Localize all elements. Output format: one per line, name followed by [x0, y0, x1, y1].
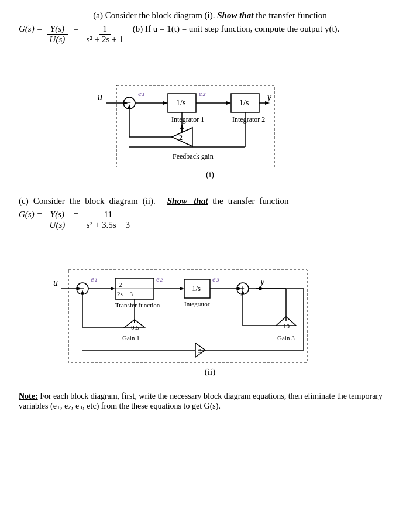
formula-c-den-right: s² + 3.5s + 3 — [83, 220, 133, 230]
e2-label: e₂ — [199, 89, 206, 98]
y-label: y — [266, 92, 272, 102]
u-label-ii: u — [53, 278, 58, 287]
formula-c-den-left: U(s) — [46, 220, 69, 230]
u-label: u — [98, 92, 102, 102]
formula-c-num-left: Y(s) — [47, 210, 68, 220]
gain3-value: 10 — [283, 323, 290, 330]
show-that-text: Show that — [217, 11, 253, 20]
gain3-label: Gain 3 — [277, 334, 295, 341]
svg-text:+: + — [239, 290, 243, 297]
part-c-the: the — [70, 196, 80, 206]
formula-c-num-right: 11 — [101, 210, 116, 220]
part-a-formula: G(s) = Y(s) U(s) = 1 s² + 2s + 1 (b) If … — [19, 24, 401, 44]
feedback-gain-value: 2 — [179, 133, 183, 142]
int2-symbol: 1/s — [239, 98, 249, 107]
svg-rect-63 — [68, 270, 307, 362]
diagram-i-svg: u + e₁ 1/s e₂ 1/s y — [81, 50, 339, 167]
svg-marker-29 — [111, 287, 115, 290]
svg-text:2s + 3: 2s + 3 — [117, 290, 133, 297]
formula-denominator-right: s² + 2s + 1 — [83, 35, 127, 44]
gain1-label: Gain 1 — [122, 334, 140, 341]
part-c-consider: Consider — [33, 196, 65, 206]
e1-label-ii: e₁ — [91, 275, 97, 283]
y-label-ii: y — [259, 276, 265, 287]
note-text2: variables (e₁, e₂, e₃, etc) from the the… — [19, 402, 221, 410]
note-section: Note: For each block diagram, first, wri… — [19, 388, 401, 411]
part-c-letter: (c) — [19, 196, 29, 206]
svg-marker-5 — [163, 101, 168, 105]
svg-marker-34 — [180, 287, 184, 290]
svg-text:−: − — [126, 105, 129, 112]
integrator-symbol-ii: 1/s — [192, 284, 201, 293]
part-a-header-text: (a) Consider the block diagram (i). — [93, 11, 215, 20]
gain1-value: 0.5 — [131, 324, 139, 331]
part-a-header: (a) Consider the block diagram (i). Show… — [19, 11, 401, 20]
part-c-ii: (ii). — [143, 196, 156, 206]
part-c-block: block — [85, 196, 104, 206]
part-c-transfer: transfer — [228, 196, 255, 206]
diagram-ii-container: u + e₁ 2 2s + 3 e₂ 1/s — [19, 236, 401, 365]
note-text1: For each block diagram, first, write the… — [38, 392, 383, 400]
formula-numerator-left: Y(s) — [47, 24, 68, 35]
gs-label-c: G(s) = — [19, 210, 43, 220]
part-c-function: function — [260, 196, 289, 206]
feedback-gain-label: Feedback gain — [173, 152, 214, 160]
formula-numerator-right: 1 — [99, 24, 111, 35]
part-a-header-end: the transfer function — [256, 11, 327, 20]
tf-symbol: 2 — [119, 281, 122, 288]
part-c-formula: G(s) = Y(s) U(s) = 11 s² + 3.5s + 3 — [19, 210, 401, 230]
gs-label: G(s) = — [19, 24, 43, 34]
diagram-i-container: u + e₁ 1/s e₂ 1/s y — [19, 50, 401, 167]
integrator-label-ii: Integrator — [184, 300, 210, 307]
diagram-ii-svg: u + e₁ 2 2s + 3 e₂ 1/s — [46, 236, 374, 365]
page: (a) Consider the block diagram (i). Show… — [19, 11, 401, 411]
note-label: Note: — [19, 392, 38, 400]
e3-label-ii: e₃ — [212, 275, 219, 283]
outer-gain-value: 3 — [198, 347, 202, 354]
part-b-text: (b) If u = 1(t) = unit step function, co… — [133, 24, 340, 34]
part-c-diagram: diagram — [109, 196, 137, 206]
tf-label: Transfer function — [115, 302, 160, 309]
formula-denominator-left: U(s) — [46, 35, 69, 44]
diagram-i-label: (i) — [19, 170, 401, 180]
part-c-header: (c) Consider the block diagram (ii). Sho… — [19, 196, 401, 206]
e1-label: e₁ — [138, 89, 144, 98]
int1-symbol: 1/s — [176, 98, 185, 107]
part-c-the2: the — [212, 196, 223, 206]
int2-label: Integrator 2 — [232, 115, 265, 124]
diagram-ii-label: (ii) — [19, 367, 401, 377]
svg-marker-8 — [226, 101, 231, 105]
show-that-c: Show that — [167, 196, 208, 206]
equals-sign: = — [73, 24, 78, 34]
svg-text:−: − — [78, 290, 82, 297]
e2-label-ii: e₂ — [156, 275, 163, 283]
int1-label: Integrator 1 — [171, 115, 204, 124]
equals-c: = — [73, 210, 78, 220]
svg-marker-15 — [180, 124, 184, 129]
